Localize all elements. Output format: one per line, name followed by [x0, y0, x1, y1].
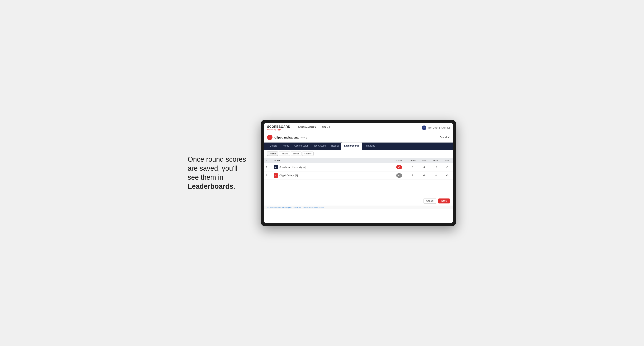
sub-tab-teams[interactable]: Teams — [267, 152, 278, 156]
sidebar-bold: Leaderboards — [188, 182, 233, 190]
leaderboard-table: # TEAM TOTAL THRU RD1 RD2 RD3 1 — [264, 158, 453, 180]
col-rd2: RD2 — [430, 158, 441, 163]
sub-tab-strokes[interactable]: Strokes — [302, 152, 314, 156]
score-badge-gray: +3 — [396, 173, 402, 177]
tournament-cancel-button[interactable]: Cancel ✕ — [440, 136, 450, 139]
table-header: # TEAM TOTAL THRU RD1 RD2 RD3 — [264, 158, 453, 163]
nav-teams[interactable]: TEAMS — [319, 123, 333, 132]
total-cell: -5 — [392, 163, 407, 172]
thru-cell: F — [407, 172, 418, 180]
table-body: 1 SU Scoreboard University [A] -5 F — [264, 163, 453, 180]
logo-text: SCOREBOARD — [267, 125, 290, 129]
separator: | — [439, 127, 440, 129]
tournament-icon: C — [267, 135, 272, 140]
tournament-cancel-label: Cancel — [440, 136, 447, 139]
page-container: Once round scores are saved, you'll see … — [188, 120, 456, 226]
thru-cell: F — [407, 163, 418, 172]
sub-tab-scores[interactable]: Scores — [291, 152, 302, 156]
table-row: 2 C Clippd College [A] +3 F — [264, 172, 453, 180]
nav-links: TOURNAMENTS TEAMS — [295, 123, 333, 132]
col-team: TEAM — [272, 158, 392, 163]
rank-cell: 2 — [264, 172, 272, 180]
sub-tabs: Teams Players Scores Strokes — [264, 150, 453, 158]
sign-out-link[interactable]: Sign out — [441, 127, 450, 129]
sidebar-period: . — [233, 182, 235, 190]
team-cell: SU Scoreboard University [A] — [272, 163, 392, 172]
table-row: 1 SU Scoreboard University [A] -5 F — [264, 163, 453, 172]
cancel-button[interactable]: Cancel — [424, 198, 436, 204]
tab-details[interactable]: Details — [267, 143, 280, 150]
tab-leaderboards[interactable]: Leaderboards — [342, 143, 362, 150]
tablet-wrapper: SCOREBOARD Powered by clippd TOURNAMENTS… — [260, 120, 456, 226]
user-name: Test User — [428, 127, 438, 129]
url-bar: https://stage-blue-coach.stagescoreboard… — [264, 205, 453, 209]
tab-tee-groups[interactable]: Tee Groups — [311, 143, 328, 150]
rd1-cell: -4 — [418, 163, 430, 172]
score-badge-red: -5 — [396, 165, 402, 169]
team-name: Clippd College [A] — [280, 174, 298, 177]
team-cell: C Clippd College [A] — [272, 172, 392, 180]
nav-tournaments[interactable]: TOURNAMENTS — [295, 123, 319, 132]
col-rank: # — [264, 158, 272, 163]
rd2-cell: -8 — [430, 172, 441, 180]
nav-right: S Test User | Sign out — [422, 126, 450, 130]
team-name: Scoreboard University [A] — [280, 166, 306, 169]
tab-course-setup[interactable]: Course Setup — [292, 143, 311, 150]
rd3-cell: +3 — [441, 172, 453, 180]
sidebar-line1: Once round scores are saved, you'll see … — [188, 155, 246, 181]
total-cell: +3 — [392, 172, 407, 180]
top-nav: SCOREBOARD Powered by clippd TOURNAMENTS… — [264, 123, 453, 132]
rd1-cell: +8 — [418, 172, 430, 180]
team-logo-clippd: C — [274, 173, 278, 177]
footer: Cancel Save — [264, 196, 453, 205]
col-thru: THRU — [407, 158, 418, 163]
logo-sub: Powered by clippd — [267, 129, 290, 131]
tab-nav: Details Teams Course Setup Tee Groups Re… — [264, 143, 453, 150]
team-logo-su: SU — [274, 165, 278, 169]
logo-brand: clippd — [277, 129, 281, 131]
tournament-header: C Clippd Invitational (Men) Cancel ✕ — [264, 132, 453, 143]
sub-tab-players[interactable]: Players — [279, 152, 290, 156]
logo-area: SCOREBOARD Powered by clippd — [267, 125, 290, 131]
tab-teams[interactable]: Teams — [280, 143, 292, 150]
close-icon: ✕ — [448, 136, 450, 139]
logo-sub-prefix: Powered by — [267, 129, 277, 131]
sidebar-text: Once round scores are saved, you'll see … — [188, 155, 249, 191]
tab-results[interactable]: Results — [328, 143, 342, 150]
col-rd1: RD1 — [418, 158, 430, 163]
tab-printables[interactable]: Printables — [362, 143, 378, 150]
leaderboard-table-container: # TEAM TOTAL THRU RD1 RD2 RD3 1 — [264, 158, 453, 196]
rd2-cell: +5 — [430, 163, 441, 172]
col-rd3: RD3 — [441, 158, 453, 163]
tournament-title: Clippd Invitational — [274, 136, 299, 139]
rd3-cell: -6 — [441, 163, 453, 172]
tablet-screen: SCOREBOARD Powered by clippd TOURNAMENTS… — [264, 123, 453, 223]
rank-cell: 1 — [264, 163, 272, 172]
user-avatar: S — [422, 126, 426, 130]
tournament-subtitle: (Men) — [300, 136, 307, 139]
col-total: TOTAL — [392, 158, 407, 163]
save-button[interactable]: Save — [438, 198, 450, 203]
